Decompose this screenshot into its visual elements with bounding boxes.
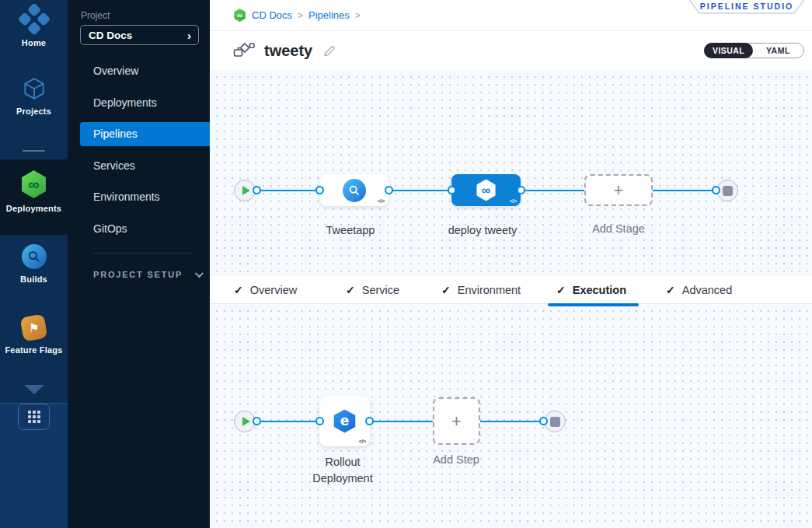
projects-cube-icon — [22, 76, 47, 101]
connector-dot — [385, 186, 393, 194]
code-icon: </> — [510, 198, 517, 205]
check-icon: ✓ — [441, 284, 451, 296]
toggle-visual-button[interactable]: VISUAL — [704, 43, 753, 58]
sidebar-item-overview[interactable]: Overview — [68, 55, 210, 87]
tab-advanced[interactable]: ✓ Advanced — [666, 275, 732, 305]
sidebar-item-pipelines[interactable]: Pipelines — [68, 118, 210, 150]
connector-dot — [448, 186, 456, 194]
pipeline-studio: ∞ CD Docs > Pipelines > PIPELINE STUDIO … — [210, 0, 812, 528]
infinity-icon: ∞ — [28, 177, 39, 192]
cd-stage-icon: ∞ — [476, 180, 497, 201]
add-stage-label: Add Stage — [580, 222, 657, 235]
menu-item-label: Overview — [93, 65, 138, 77]
pencil-icon — [322, 44, 336, 58]
project-setup-label: PROJECT SETUP — [93, 270, 183, 279]
stage-canvas[interactable] — [210, 70, 812, 274]
active-tab-underline — [548, 303, 639, 306]
connector-dot — [539, 417, 548, 425]
code-icon: </> — [378, 198, 385, 205]
tab-label: Execution — [573, 284, 626, 296]
connector-dot — [315, 417, 324, 425]
project-selector-value: CD Docs — [89, 30, 187, 41]
badge-label: PIPELINE STUDIO — [688, 2, 806, 11]
add-step-button[interactable]: + — [433, 397, 480, 445]
breadcrumb-separator: > — [355, 10, 361, 21]
rail-item-home[interactable]: Home — [0, 8, 68, 47]
project-selector[interactable]: CD Docs › — [80, 25, 199, 45]
project-setup-toggle[interactable]: PROJECT SETUP — [93, 270, 201, 279]
execution-canvas[interactable] — [210, 304, 812, 528]
connector-dot — [315, 186, 324, 194]
connector-dot — [517, 186, 525, 194]
tab-environment[interactable]: ✓ Environment — [441, 275, 521, 305]
service-stage-icon — [343, 179, 366, 202]
tab-execution[interactable]: ✓ Execution — [556, 275, 626, 305]
rail-item-builds[interactable]: Builds — [0, 244, 68, 284]
connector-dot — [253, 186, 261, 194]
plus-icon: + — [614, 182, 624, 199]
connector-dot — [253, 417, 261, 425]
rail-item-label: Deployments — [6, 204, 61, 213]
flag-icon: ⚑ — [29, 321, 39, 335]
view-toggle: VISUAL YAML — [704, 43, 804, 58]
page-title: tweety — [264, 42, 312, 60]
stage-card-tweetapp[interactable]: </> — [320, 174, 389, 206]
rail-item-label: Home — [22, 38, 46, 47]
rollout-deployment-icon: e — [333, 410, 357, 433]
sidebar-item-gitops[interactable]: GitOps — [68, 213, 210, 245]
rollout-glyph: e — [340, 414, 350, 428]
feature-flags-icon: ⚑ — [20, 314, 48, 342]
home-icon — [16, 2, 51, 37]
pipeline-studio-badge: PIPELINE STUDIO — [688, 0, 806, 14]
module-rail: Home Projects ∞ Deployments Builds ⚑ Fea… — [0, 0, 68, 528]
connector-dot — [712, 186, 720, 194]
tab-label: Service — [362, 284, 399, 296]
project-menu: Overview Deployments Pipelines Services … — [68, 55, 210, 244]
check-icon: ✓ — [346, 284, 355, 296]
menu-item-label: Pipelines — [93, 128, 138, 140]
stage-config-tabs: ✓ Overview ✓ Service ✓ Environment ✓ Exe… — [210, 274, 812, 304]
rail-item-label: Builds — [20, 274, 47, 284]
stage-card-deploy-tweety[interactable]: ∞ </> — [451, 174, 521, 206]
play-icon — [242, 186, 250, 195]
breadcrumb-link-project[interactable]: CD Docs — [252, 9, 292, 21]
more-modules-chevron-icon[interactable] — [24, 385, 44, 394]
panel-divider — [93, 253, 192, 254]
tab-overview[interactable]: ✓ Overview — [234, 275, 297, 305]
check-icon: ✓ — [556, 284, 566, 296]
deployments-icon: ∞ — [20, 170, 48, 198]
toggle-yaml-button[interactable]: YAML — [753, 44, 803, 58]
menu-item-label: GitOps — [93, 222, 127, 235]
step-label: Rollout Deployment — [304, 454, 382, 487]
edit-pipeline-button[interactable] — [322, 44, 336, 58]
grid-icon — [28, 411, 40, 423]
module-grid-button[interactable] — [18, 404, 50, 430]
chevron-down-icon — [195, 269, 204, 278]
check-icon: ✓ — [666, 284, 675, 296]
rail-item-label: Projects — [16, 107, 51, 116]
tab-label: Advanced — [682, 284, 733, 296]
rail-item-deployments[interactable]: ∞ Deployments — [0, 170, 68, 213]
breadcrumb-link-pipelines[interactable]: Pipelines — [308, 9, 350, 21]
stop-icon — [723, 186, 733, 196]
breadcrumb-separator: > — [298, 10, 303, 21]
sidebar-item-services[interactable]: Services — [68, 150, 210, 182]
tab-service[interactable]: ✓ Service — [346, 275, 399, 305]
rail-item-projects[interactable]: Projects — [0, 76, 68, 116]
add-stage-button[interactable]: + — [584, 174, 653, 206]
project-sidebar: Project CD Docs › Overview Deployments P… — [68, 0, 210, 528]
plus-icon: + — [451, 413, 462, 430]
infinity-icon: ∞ — [237, 12, 242, 19]
rail-item-feature-flags[interactable]: ⚑ Feature Flags — [0, 316, 68, 355]
stop-icon — [550, 417, 560, 427]
tab-label: Overview — [250, 284, 297, 296]
infinity-icon: ∞ — [482, 184, 490, 197]
menu-item-label: Deployments — [93, 96, 157, 109]
sidebar-item-environments[interactable]: Environments — [68, 181, 210, 213]
code-icon: </> — [359, 438, 366, 445]
step-card-rollout-deployment[interactable]: e </> — [319, 396, 370, 446]
check-icon: ✓ — [234, 284, 243, 296]
step-connector-line — [245, 421, 555, 422]
magnifier-icon — [348, 184, 361, 197]
sidebar-item-deployments[interactable]: Deployments — [68, 87, 210, 119]
